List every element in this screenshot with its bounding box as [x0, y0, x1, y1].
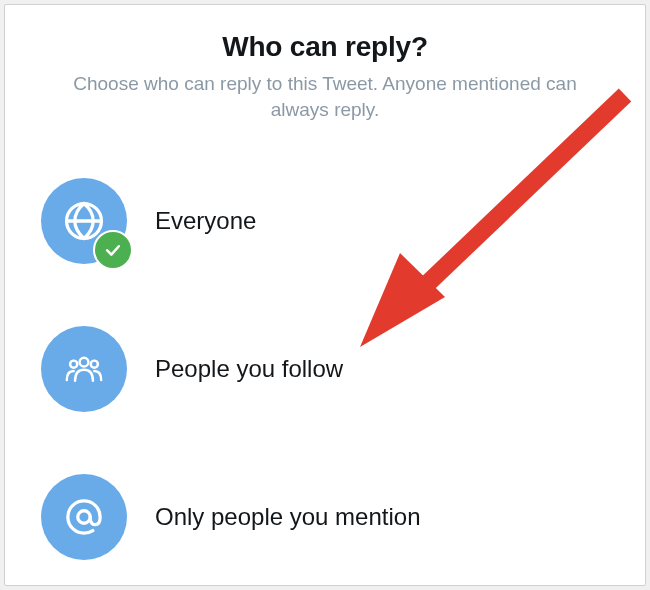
svg-point-3	[91, 361, 98, 368]
sheet-title: Who can reply?	[5, 31, 645, 63]
icon-wrap	[41, 474, 127, 560]
icon-wrap	[41, 326, 127, 412]
svg-point-1	[80, 358, 89, 367]
selected-check-icon	[93, 230, 133, 270]
option-everyone[interactable]: Everyone	[41, 162, 645, 280]
option-only-mentions[interactable]: Only people you mention	[41, 458, 645, 576]
sheet-subtitle: Choose who can reply to this Tweet. Anyo…	[65, 71, 585, 122]
reply-settings-sheet: Who can reply? Choose who can reply to t…	[4, 4, 646, 586]
people-icon	[41, 326, 127, 412]
svg-point-4	[78, 511, 90, 523]
reply-options-list: Everyone	[5, 162, 645, 576]
option-label: Everyone	[155, 207, 256, 235]
option-label: People you follow	[155, 355, 343, 383]
at-icon	[41, 474, 127, 560]
screenshot-frame: Who can reply? Choose who can reply to t…	[0, 0, 650, 590]
option-people-you-follow[interactable]: People you follow	[41, 310, 645, 428]
option-label: Only people you mention	[155, 503, 421, 531]
icon-wrap	[41, 178, 127, 264]
svg-point-2	[70, 361, 77, 368]
